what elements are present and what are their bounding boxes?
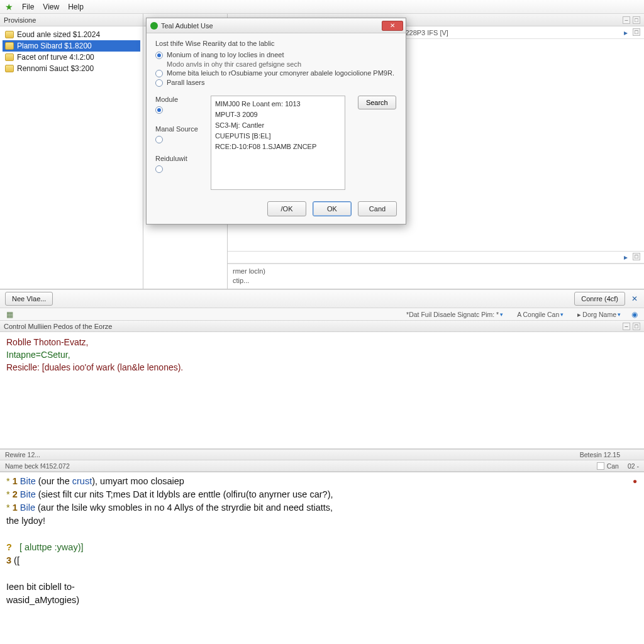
module-label: Module	[155, 96, 198, 103]
radio-icon	[155, 70, 163, 77]
editor-close-icon[interactable]: ●	[633, 475, 640, 482]
dialog-app-icon	[150, 22, 158, 30]
folder-icon	[5, 42, 14, 50]
opt-dorg[interactable]: ▸ Dorg Name ▾	[573, 310, 625, 319]
editor-line: * 2 Bite (siest filt cur nits T;mes Dat …	[6, 488, 638, 501]
dialog-option-3[interactable]: Parall lasers	[155, 79, 397, 87]
dialog-option-label: Mome bita leiuch to rOsubiame your cmony…	[167, 69, 394, 77]
radio-icon	[155, 79, 163, 87]
provisions-tree: Eoud anle sized $1.2024 Plamo Sibard $1.…	[0, 26, 143, 77]
panel-restore-icon[interactable]: □	[633, 28, 640, 36]
app-icon-star: ★	[5, 2, 13, 12]
panel-restore-icon[interactable]: □	[633, 323, 640, 330]
provisions-item[interactable]: Plamo Sibard $1.8200	[3, 40, 140, 52]
menubar: ★ File View Help	[0, 0, 644, 14]
panel-restore-icon[interactable]: □	[633, 16, 640, 24]
provisions-item[interactable]: Facet onf turve 4:l.2:00	[3, 52, 140, 63]
code-editor[interactable]: ● * 1 Bite (our the crust), umyart moo c…	[0, 472, 644, 636]
provisions-panel: Provisione Eoud anle sized $1.2024 Plamo…	[0, 14, 143, 289]
dialog-option-sublabel: Modo anvls in ohy thir csared gefsigne s…	[167, 60, 301, 68]
control-console[interactable]: Roblle Thoton-Evatz, Intapne=CSetur, Res…	[0, 332, 644, 449]
opt-compile[interactable]: A Congile Can▾	[513, 310, 568, 319]
provisions-title: Provisione	[4, 16, 36, 24]
conrre-button[interactable]: Conrre (4cf)	[574, 292, 625, 306]
editor-line	[6, 528, 638, 541]
menu-help[interactable]: Help	[68, 3, 84, 11]
module-list-item[interactable]: CUEPUTIS [B:EL]	[215, 131, 341, 142]
dialog-option-1[interactable]: Monium of inang to loy loclies in dneet	[155, 51, 397, 59]
snippet-box: rmer locln) ctip...	[228, 264, 644, 289]
dialog-title: Teal Adublet Use	[161, 22, 213, 30]
flag-icon[interactable]	[597, 462, 604, 470]
dialog-search-button[interactable]: Search	[358, 96, 396, 109]
dialog-iok-button[interactable]: /OK	[267, 201, 306, 216]
control-panel-header: Control Mulliien Pedos of the Eorze – □	[0, 321, 644, 332]
console-line: Roblle Thoton-Evatz,	[6, 336, 638, 348]
editor-line: wasid_aMytogies)	[6, 594, 638, 607]
editor-line	[6, 567, 638, 580]
folder-icon	[5, 65, 14, 72]
module-dialog: Teal Adublet Use ✕ Lost thife Wise Reari…	[146, 18, 406, 225]
dialog-prompt: Lost thife Wise Reariity dat to the labl…	[155, 40, 397, 47]
source-label: Manal Source	[155, 125, 198, 133]
status-a-left: Rewire 12...	[5, 451, 40, 458]
close-x-icon[interactable]: ✕	[630, 294, 639, 303]
console-line: Resiclle: [duales ioo'of wark (lan&le le…	[6, 361, 638, 374]
status-bar-b: Name beck f4152.072 Can 02 -	[0, 460, 644, 472]
module-list-item[interactable]: SC3-Mj: Cantler	[215, 120, 341, 131]
provisions-header: Provisione	[0, 14, 143, 26]
play-icon[interactable]: ▸	[621, 253, 630, 262]
options-bar: ▦ *Dat Fuil Disaele Signatc Pim: *▾ A Co…	[0, 308, 644, 321]
help-icon[interactable]: ◉	[630, 310, 639, 319]
provisions-item-label: Eoud anle sized $1.2024	[17, 30, 100, 39]
dialog-cancel-button[interactable]: Cand	[358, 201, 397, 216]
grid-icon[interactable]: ▦	[5, 310, 14, 319]
provisions-item[interactable]: Rennomi Sauct $3:200	[3, 63, 140, 74]
radio-icon[interactable]	[155, 165, 163, 173]
opt-pin[interactable]: *Dat Fuil Disaele Signatc Pim: *▾	[402, 310, 508, 319]
module-list-item[interactable]: RCE:D-10:F08 1.SJAMB ZNCEP	[215, 142, 341, 152]
dialog-option-1-sub: Modo anvls in ohy thir csared gefsigne s…	[167, 60, 397, 68]
panel-minimize-icon[interactable]: –	[623, 16, 630, 24]
radio-icon[interactable]	[155, 136, 163, 143]
editor-line: ? [ aluttpe :yway)]	[6, 541, 638, 554]
dialog-option-label: Parall lasers	[167, 79, 205, 86]
mid-toolbar: Nee Vlae... Conrre (4cf) ✕	[0, 289, 644, 308]
editor-line: the lydoy!	[6, 514, 638, 528]
module-listbox[interactable]: MIMJ00 Re Loant em: 1013 MPUT-3 2009 SC3…	[211, 96, 345, 190]
module-list-item[interactable]: MIMJ00 Re Loant em: 1013	[215, 99, 341, 109]
editor-line: * 1 Bite (our the crust), umyart moo clo…	[6, 475, 638, 488]
snippet-line: rmer locln)	[233, 267, 639, 276]
provisions-item-label: Facet onf turve 4:l.2:00	[17, 53, 94, 62]
panel-restore-icon[interactable]: □	[633, 253, 640, 260]
editor-line: * 1 Bile (aur the lsile wky smobles in n…	[6, 501, 638, 514]
status-b-left: Name beck f4152.072	[5, 462, 70, 470]
dialog-option-2[interactable]: Mome bita leiuch to rOsubiame your cmony…	[155, 69, 397, 77]
provisions-item-label: Rennomi Sauct $3:200	[17, 64, 94, 73]
panel-minimize-icon[interactable]: –	[623, 323, 630, 330]
menu-file[interactable]: File	[22, 3, 34, 11]
play-icon[interactable]: ▸	[621, 28, 630, 37]
radio-icon	[155, 52, 163, 59]
provisions-item[interactable]: Eoud anle sized $1.2024	[3, 29, 140, 40]
editor-line: 3 ([	[6, 554, 638, 567]
radio-icon[interactable]	[155, 106, 163, 114]
status-b-right: 02 -	[628, 462, 639, 470]
module-list-item[interactable]: MPUT-3 2009	[215, 109, 341, 120]
console-line: Intapne=CSetur,	[6, 348, 638, 361]
new-view-button[interactable]: Nee Vlae...	[5, 292, 53, 306]
dialog-option-label: Monium of inang to loy loclies in dneet	[167, 51, 284, 58]
reduluwit-label: Reiduluwit	[155, 155, 198, 162]
dialog-titlebar[interactable]: Teal Adublet Use ✕	[147, 18, 406, 33]
editor-line: Ieen bit ciblell to-	[6, 580, 638, 594]
menu-view[interactable]: View	[43, 3, 59, 11]
folder-icon	[5, 53, 14, 61]
dialog-close-button[interactable]: ✕	[382, 21, 403, 31]
snippet-line: ctip...	[233, 276, 639, 286]
status-b-can: Can	[607, 462, 619, 470]
status-bar-a: Rewire 12... Betesin 12.15	[0, 449, 644, 460]
provisions-item-label: Plamo Sibard $1.8200	[17, 42, 92, 50]
control-panel-title: Control Mulliien Pedos of the Eorze	[4, 323, 112, 330]
folder-icon	[5, 31, 14, 38]
dialog-ok-button[interactable]: OK	[313, 201, 352, 216]
